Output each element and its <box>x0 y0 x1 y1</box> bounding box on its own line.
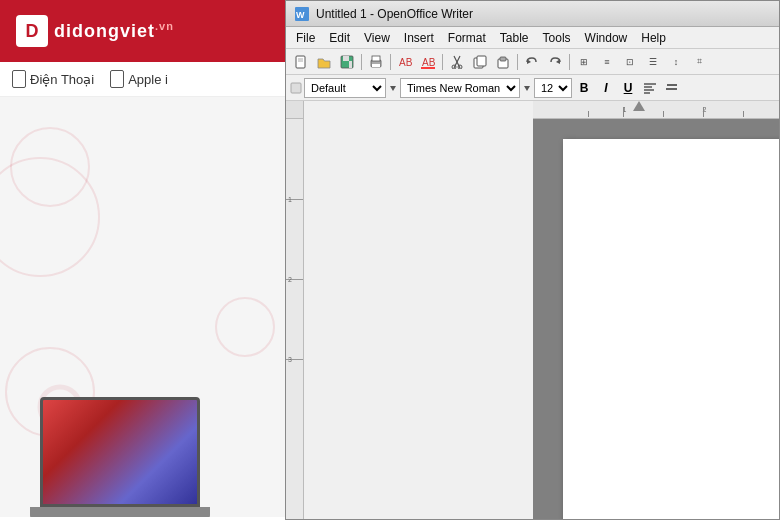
menu-insert[interactable]: Insert <box>398 29 440 47</box>
document-page[interactable] <box>563 139 780 519</box>
svg-rect-24 <box>291 83 301 93</box>
nav-item-apple[interactable]: Apple i <box>110 70 168 88</box>
bold-button[interactable]: B <box>574 78 594 98</box>
tb-b4[interactable]: ☰ <box>642 52 664 72</box>
font-dropdown-arrow <box>388 83 398 93</box>
tb-b3[interactable]: ⊡ <box>619 52 641 72</box>
ruler-v-mark-3: 3 <box>288 356 292 363</box>
tb-sep-2 <box>390 54 391 70</box>
site-logo: D didongviet.vn <box>16 15 174 47</box>
svg-marker-23 <box>556 59 560 64</box>
nav-item-phone[interactable]: Điện Thoại <box>12 70 94 88</box>
tb-undo[interactable] <box>521 52 543 72</box>
toolbar-formatting: Default Times New Roman 12 B I U <box>286 75 779 101</box>
window-menubar: File Edit View Insert Format Table Tools… <box>286 27 779 49</box>
underline-button[interactable]: U <box>618 78 638 98</box>
tb-cut[interactable] <box>446 52 468 72</box>
ruler-horizontal: 1 2 3 4 <box>533 101 780 119</box>
writer-window: W Untitled 1 - OpenOffice Writer File Ed… <box>285 0 780 520</box>
ruler-h-tick-sm3 <box>743 111 744 117</box>
menu-window[interactable]: Window <box>579 29 634 47</box>
tb-open[interactable] <box>313 52 335 72</box>
style-dropdown-icon <box>290 82 302 94</box>
svg-rect-4 <box>296 56 305 68</box>
tb-spell2[interactable]: ABC <box>417 52 439 72</box>
site-content <box>0 97 285 517</box>
svg-rect-12 <box>372 64 380 67</box>
svg-text:ABC: ABC <box>422 57 435 68</box>
toolbar-standard: ABC ABC ⊞ ≡ ⊡ ☰ ↕ ⌗ <box>286 49 779 75</box>
tb-redo[interactable] <box>544 52 566 72</box>
menu-view[interactable]: View <box>358 29 396 47</box>
window-titlebar: W Untitled 1 - OpenOffice Writer <box>286 1 779 27</box>
tb-new[interactable] <box>290 52 312 72</box>
style-select[interactable]: Default <box>304 78 386 98</box>
ruler-v-mark-1: 1 <box>288 196 292 203</box>
laptop-base <box>30 507 210 517</box>
tb-sep-4 <box>517 54 518 70</box>
tb-sep-3 <box>442 54 443 70</box>
nav-apple-label: Apple i <box>128 72 168 87</box>
svg-rect-9 <box>349 61 352 68</box>
tb-b2[interactable]: ≡ <box>596 52 618 72</box>
laptop-screen <box>40 397 200 507</box>
menu-format[interactable]: Format <box>442 29 492 47</box>
tb-b6[interactable]: ⌗ <box>688 52 710 72</box>
main-area: 1 2 3 4 <box>533 101 780 519</box>
svg-marker-25 <box>390 86 396 91</box>
writer-body: 1 2 3 1 2 3 4 <box>286 101 779 519</box>
svg-rect-19 <box>477 56 486 66</box>
svg-text:ABC: ABC <box>399 57 412 68</box>
deco-circle-3 <box>215 297 275 357</box>
site-nav: Điện Thoại Apple i <box>0 62 285 97</box>
tb-save[interactable] <box>336 52 358 72</box>
nav-phone-label: Điện Thoại <box>30 72 94 87</box>
site-header: D didongviet.vn <box>0 0 285 62</box>
ruler-h-tick-sm2 <box>663 111 664 117</box>
ruler-triangle <box>633 101 645 111</box>
svg-rect-8 <box>343 56 349 61</box>
svg-rect-21 <box>500 57 506 61</box>
align-right-button[interactable] <box>662 78 682 98</box>
svg-marker-33 <box>633 101 645 111</box>
website-background: D didongviet.vn Điện Thoại Apple i <box>0 0 285 520</box>
logo-icon: D <box>16 15 48 47</box>
tb-sep-5 <box>569 54 570 70</box>
logo-text: didongviet.vn <box>54 20 174 42</box>
window-title: Untitled 1 - OpenOffice Writer <box>316 7 473 21</box>
laptop-image <box>20 397 220 517</box>
menu-table[interactable]: Table <box>494 29 535 47</box>
menu-file[interactable]: File <box>290 29 321 47</box>
document-area <box>533 119 780 519</box>
svg-marker-22 <box>527 59 531 64</box>
tb-b1[interactable]: ⊞ <box>573 52 595 72</box>
ruler-corner <box>286 101 304 119</box>
tb-sep-1 <box>361 54 362 70</box>
menu-tools[interactable]: Tools <box>537 29 577 47</box>
font-select[interactable]: Times New Roman <box>400 78 520 98</box>
italic-button[interactable]: I <box>596 78 616 98</box>
ruler-h-tick-lg <box>623 107 624 117</box>
tb-paste[interactable] <box>492 52 514 72</box>
size-dropdown-arrow <box>522 83 532 93</box>
ruler-v-mark-2: 2 <box>288 276 292 283</box>
ruler-vertical-wrapper: 1 2 3 <box>286 101 533 519</box>
size-select[interactable]: 12 <box>534 78 572 98</box>
menu-edit[interactable]: Edit <box>323 29 356 47</box>
apple-icon <box>110 70 124 88</box>
tb-print[interactable] <box>365 52 387 72</box>
ruler-vertical: 1 2 3 <box>286 119 304 519</box>
tb-copy[interactable] <box>469 52 491 72</box>
phone-icon <box>12 70 26 88</box>
tb-spell[interactable]: ABC <box>394 52 416 72</box>
ruler-h-tick-sm <box>588 111 589 117</box>
svg-rect-11 <box>372 56 380 61</box>
writer-app-icon: W <box>294 6 310 22</box>
align-left-button[interactable] <box>640 78 660 98</box>
svg-text:W: W <box>296 10 305 20</box>
ruler-h-tick-lg2 <box>703 107 704 117</box>
svg-marker-26 <box>524 86 530 91</box>
menu-help[interactable]: Help <box>635 29 672 47</box>
tb-b5[interactable]: ↕ <box>665 52 687 72</box>
